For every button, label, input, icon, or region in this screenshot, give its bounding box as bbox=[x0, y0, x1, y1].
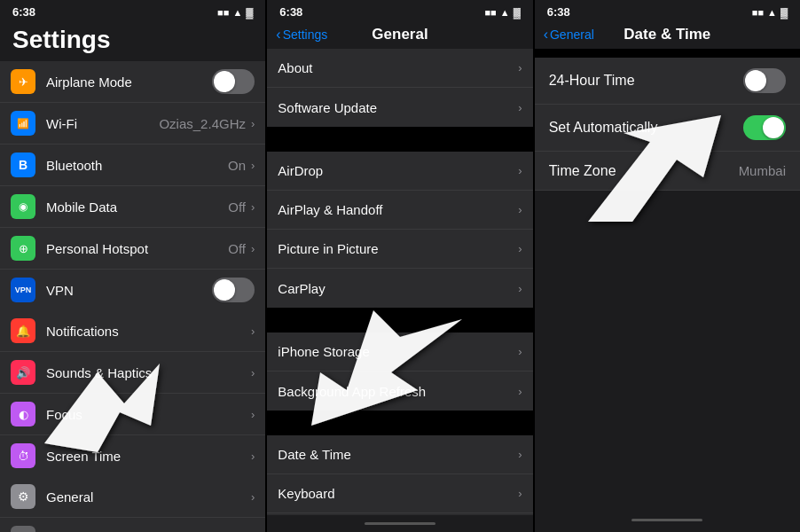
back-button-settings[interactable]: ‹ Settings bbox=[276, 27, 327, 43]
time-zone-label: Time Zone bbox=[549, 163, 739, 179]
panel-date-time: 6:38 ■■ ▲ ▓ ‹ General Date & Time 24-Hou… bbox=[533, 0, 800, 532]
airplane-toggle[interactable] bbox=[212, 69, 255, 94]
wifi-status-icon-3: ▲ bbox=[767, 7, 777, 18]
wifi-status-icon: ▲ bbox=[232, 7, 242, 18]
item-vpn[interactable]: VPN VPN bbox=[0, 270, 265, 310]
nav-bar-datetime: ‹ General Date & Time bbox=[535, 22, 800, 49]
section-sharing: AirDrop › AirPlay & Handoff › Picture in… bbox=[267, 152, 532, 308]
wifi-label: Wi-Fi bbox=[46, 116, 159, 131]
status-bar-3: 6:38 ■■ ▲ ▓ bbox=[535, 0, 800, 22]
wifi-icon: 📶 bbox=[11, 111, 35, 136]
hotspot-value: Off bbox=[228, 241, 246, 256]
general-label: General bbox=[46, 489, 251, 505]
battery-icon-2: ▓ bbox=[514, 7, 521, 18]
bluetooth-value: On bbox=[228, 158, 246, 173]
hotspot-icon: ⊕ bbox=[11, 236, 35, 261]
item-mobile-data[interactable]: ◉ Mobile Data Off › bbox=[0, 186, 265, 228]
mobile-data-icon: ◉ bbox=[11, 194, 35, 219]
pip-label: Picture in Picture bbox=[278, 241, 518, 256]
item-general[interactable]: ⚙ General › bbox=[0, 476, 265, 518]
section-alerts: 🔔 Notifications › 🔊 Sounds & Haptics › ◐… bbox=[0, 310, 265, 476]
nav-title-datetime: Date & Time bbox=[624, 26, 710, 43]
signal-icon-3: ■■ bbox=[752, 7, 764, 18]
item-sounds[interactable]: 🔊 Sounds & Haptics › bbox=[0, 352, 265, 394]
item-wifi[interactable]: 📶 Wi-Fi Ozias_2.4GHz › bbox=[0, 103, 265, 145]
24hour-label: 24-Hour Time bbox=[549, 73, 743, 89]
wifi-status-icon-2: ▲ bbox=[500, 7, 510, 18]
screen-time-icon: ⏱ bbox=[11, 443, 35, 468]
24hour-toggle[interactable] bbox=[743, 68, 786, 93]
item-keyboard[interactable]: Keyboard › bbox=[267, 474, 532, 513]
item-airplay[interactable]: AirPlay & Handoff › bbox=[267, 191, 532, 230]
item-airplane-mode[interactable]: ✈ Airplane Mode bbox=[0, 61, 265, 103]
keyboard-label: Keyboard bbox=[278, 486, 518, 501]
battery-icon-3: ▓ bbox=[780, 7, 788, 18]
software-update-label: Software Update bbox=[278, 100, 518, 115]
set-automatically-toggle[interactable] bbox=[743, 115, 786, 140]
divider-g2 bbox=[267, 308, 532, 332]
vpn-toggle[interactable] bbox=[212, 278, 255, 302]
scroll-indicator-panel2 bbox=[267, 515, 532, 532]
back-label-settings: Settings bbox=[283, 27, 328, 42]
hotspot-chevron: › bbox=[251, 242, 255, 255]
back-label-general: General bbox=[550, 27, 594, 42]
signal-icon: ■■ bbox=[217, 7, 229, 18]
mobile-data-label: Mobile Data bbox=[46, 200, 228, 215]
divider-g1 bbox=[267, 127, 532, 152]
back-button-general[interactable]: ‹ General bbox=[544, 27, 594, 43]
set-automatically-label: Set Automatically bbox=[549, 120, 743, 136]
background-refresh-label: Background App Refresh bbox=[278, 384, 518, 399]
status-icons-1: ■■ ▲ ▓ bbox=[217, 7, 253, 18]
item-bluetooth[interactable]: B Bluetooth On › bbox=[0, 145, 265, 186]
software-update-chevron: › bbox=[518, 101, 522, 114]
scroll-indicator-panel3 bbox=[535, 515, 800, 525]
sounds-icon: 🔊 bbox=[11, 360, 35, 385]
datetime-section: 24-Hour Time Set Automatically Time Zone… bbox=[535, 58, 800, 191]
about-chevron: › bbox=[518, 61, 522, 74]
general-chevron: › bbox=[251, 490, 255, 504]
general-settings-list: About › Software Update › AirDrop › AirP… bbox=[267, 49, 532, 515]
item-software-update[interactable]: Software Update › bbox=[267, 88, 532, 127]
hotspot-label: Personal Hotspot bbox=[46, 241, 228, 256]
section-system: ⚙ General › ◈ Control Centre › ☀ Display… bbox=[0, 476, 265, 532]
screen-time-label: Screen Time bbox=[46, 449, 251, 464]
sounds-chevron: › bbox=[251, 366, 255, 379]
status-time-1: 6:38 bbox=[12, 5, 35, 19]
item-control-centre[interactable]: ◈ Control Centre › bbox=[0, 518, 265, 532]
notifications-chevron: › bbox=[251, 325, 255, 338]
carplay-chevron: › bbox=[518, 282, 522, 295]
nav-bar-general: ‹ Settings General bbox=[267, 22, 532, 49]
nav-title-general: General bbox=[372, 26, 427, 43]
vpn-label: VPN bbox=[46, 283, 212, 298]
pip-chevron: › bbox=[518, 242, 522, 255]
item-set-automatically[interactable]: Set Automatically bbox=[535, 105, 800, 152]
control-icon: ◈ bbox=[11, 526, 35, 532]
time-zone-value: Mumbai bbox=[739, 163, 786, 178]
keyboard-chevron: › bbox=[518, 487, 522, 500]
item-24hour[interactable]: 24-Hour Time bbox=[535, 58, 800, 105]
panel-settings: 6:38 ■■ ▲ ▓ Settings ✈ Airplane Mode 📶 W… bbox=[0, 0, 265, 532]
item-carplay[interactable]: CarPlay › bbox=[267, 269, 532, 308]
settings-header: Settings bbox=[0, 22, 265, 61]
screen-time-chevron: › bbox=[251, 450, 255, 463]
item-about[interactable]: About › bbox=[267, 49, 532, 88]
carplay-label: CarPlay bbox=[278, 281, 518, 296]
item-screen-time[interactable]: ⏱ Screen Time › bbox=[0, 435, 265, 476]
status-bar-2: 6:38 ■■ ▲ ▓ bbox=[267, 0, 532, 22]
item-focus[interactable]: ◐ Focus › bbox=[0, 394, 265, 435]
item-iphone-storage[interactable]: iPhone Storage › bbox=[267, 332, 532, 372]
item-time-zone[interactable]: Time Zone Mumbai bbox=[535, 152, 800, 191]
item-pip[interactable]: Picture in Picture › bbox=[267, 230, 532, 269]
item-personal-hotspot[interactable]: ⊕ Personal Hotspot Off › bbox=[0, 228, 265, 270]
airplay-chevron: › bbox=[518, 203, 522, 216]
mobile-data-value: Off bbox=[228, 200, 246, 215]
scroll-bar-3 bbox=[631, 519, 702, 521]
item-background-refresh[interactable]: Background App Refresh › bbox=[267, 372, 532, 411]
vpn-icon: VPN bbox=[11, 278, 35, 302]
item-date-time[interactable]: Date & Time › bbox=[267, 435, 532, 474]
signal-icon-2: ■■ bbox=[484, 7, 496, 18]
item-airdrop[interactable]: AirDrop › bbox=[267, 152, 532, 191]
airdrop-chevron: › bbox=[518, 164, 522, 177]
about-label: About bbox=[278, 60, 518, 75]
item-notifications[interactable]: 🔔 Notifications › bbox=[0, 310, 265, 352]
